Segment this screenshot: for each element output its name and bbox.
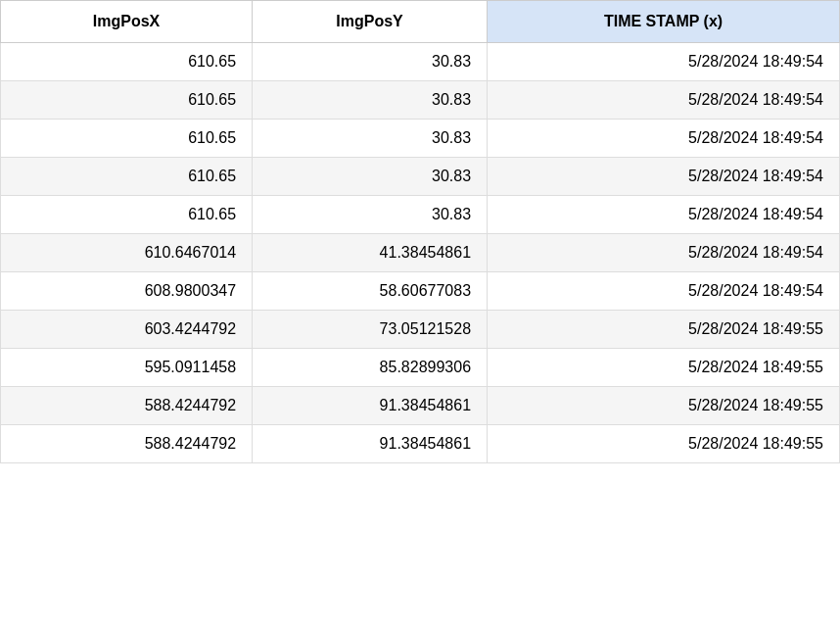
table-header-row: ImgPosX ImgPosY TIME STAMP (x) bbox=[1, 1, 840, 43]
cell-imgposy: 73.05121528 bbox=[253, 311, 488, 349]
cell-imgposx: 603.4244792 bbox=[1, 311, 253, 349]
cell-imgposy: 30.83 bbox=[253, 120, 488, 158]
cell-imgposx: 610.65 bbox=[1, 120, 253, 158]
cell-imgposy: 85.82899306 bbox=[253, 349, 488, 387]
cell-imgposx: 610.65 bbox=[1, 43, 253, 81]
cell-imgposx: 610.65 bbox=[1, 81, 253, 120]
cell-imgposx: 610.65 bbox=[1, 196, 253, 234]
cell-timestamp: 5/28/2024 18:49:54 bbox=[488, 272, 840, 311]
cell-timestamp: 5/28/2024 18:49:54 bbox=[488, 43, 840, 81]
table-row: 610.6530.835/28/2024 18:49:54 bbox=[1, 196, 840, 234]
cell-imgposx: 608.9800347 bbox=[1, 272, 253, 311]
cell-timestamp: 5/28/2024 18:49:54 bbox=[488, 196, 840, 234]
cell-timestamp: 5/28/2024 18:49:55 bbox=[488, 387, 840, 425]
table-row: 608.980034758.606770835/28/2024 18:49:54 bbox=[1, 272, 840, 311]
cell-imgposx: 595.0911458 bbox=[1, 349, 253, 387]
table-row: 588.424479291.384548615/28/2024 18:49:55 bbox=[1, 387, 840, 425]
cell-timestamp: 5/28/2024 18:49:54 bbox=[488, 158, 840, 196]
cell-imgposy: 41.38454861 bbox=[253, 234, 488, 272]
cell-imgposx: 610.65 bbox=[1, 158, 253, 196]
cell-imgposy: 30.83 bbox=[253, 158, 488, 196]
table-row: 610.6530.835/28/2024 18:49:54 bbox=[1, 43, 840, 81]
cell-timestamp: 5/28/2024 18:49:55 bbox=[488, 425, 840, 463]
cell-imgposx: 588.4244792 bbox=[1, 387, 253, 425]
cell-imgposx: 588.4244792 bbox=[1, 425, 253, 463]
cell-timestamp: 5/28/2024 18:49:54 bbox=[488, 120, 840, 158]
table-row: 610.6530.835/28/2024 18:49:54 bbox=[1, 158, 840, 196]
header-imgposy: ImgPosY bbox=[253, 1, 488, 43]
cell-imgposy: 91.38454861 bbox=[253, 425, 488, 463]
cell-timestamp: 5/28/2024 18:49:55 bbox=[488, 349, 840, 387]
table-row: 610.6530.835/28/2024 18:49:54 bbox=[1, 81, 840, 120]
header-timestamp: TIME STAMP (x) bbox=[488, 1, 840, 43]
table-row: 588.424479291.384548615/28/2024 18:49:55 bbox=[1, 425, 840, 463]
table-row: 610.646701441.384548615/28/2024 18:49:54 bbox=[1, 234, 840, 272]
data-table: ImgPosX ImgPosY TIME STAMP (x) 610.6530.… bbox=[0, 0, 840, 463]
cell-imgposy: 30.83 bbox=[253, 43, 488, 81]
cell-imgposx: 610.6467014 bbox=[1, 234, 253, 272]
cell-timestamp: 5/28/2024 18:49:55 bbox=[488, 311, 840, 349]
table-row: 603.424479273.051215285/28/2024 18:49:55 bbox=[1, 311, 840, 349]
cell-imgposy: 58.60677083 bbox=[253, 272, 488, 311]
cell-imgposy: 30.83 bbox=[253, 81, 488, 120]
table-row: 610.6530.835/28/2024 18:49:54 bbox=[1, 120, 840, 158]
cell-timestamp: 5/28/2024 18:49:54 bbox=[488, 81, 840, 120]
cell-imgposy: 91.38454861 bbox=[253, 387, 488, 425]
cell-imgposy: 30.83 bbox=[253, 196, 488, 234]
table-row: 595.091145885.828993065/28/2024 18:49:55 bbox=[1, 349, 840, 387]
cell-timestamp: 5/28/2024 18:49:54 bbox=[488, 234, 840, 272]
header-imgposx: ImgPosX bbox=[1, 1, 253, 43]
